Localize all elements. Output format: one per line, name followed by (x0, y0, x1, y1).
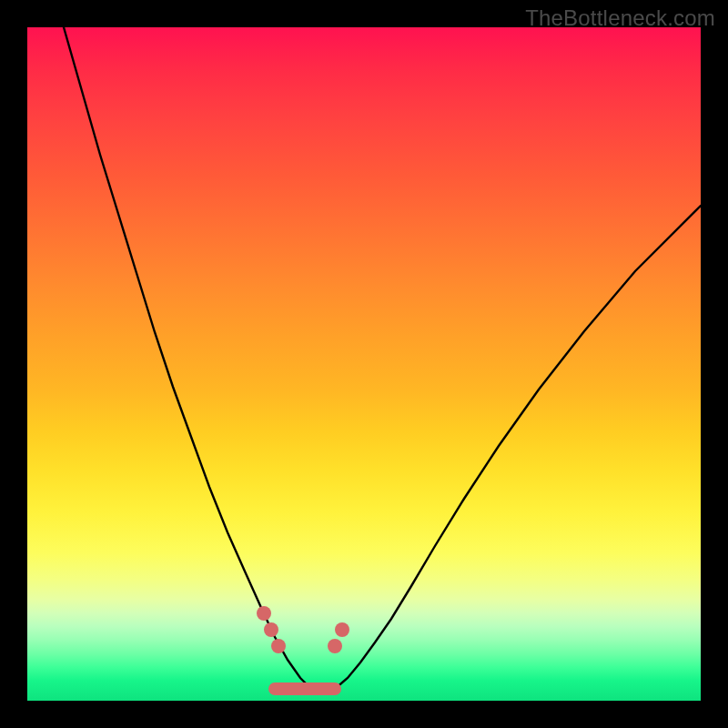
marker-dots-group (257, 606, 349, 653)
marker-dot (264, 622, 278, 637)
marker-dot (328, 639, 342, 653)
curve-overlay (27, 27, 701, 701)
marker-dot (257, 606, 271, 621)
chart-frame: TheBottleneck.com (0, 0, 728, 728)
plot-area (27, 27, 701, 701)
marker-dot (271, 639, 286, 653)
marker-dot (335, 622, 349, 637)
right-curve (335, 206, 701, 689)
watermark-text: TheBottleneck.com (525, 5, 715, 31)
left-curve (64, 27, 311, 689)
